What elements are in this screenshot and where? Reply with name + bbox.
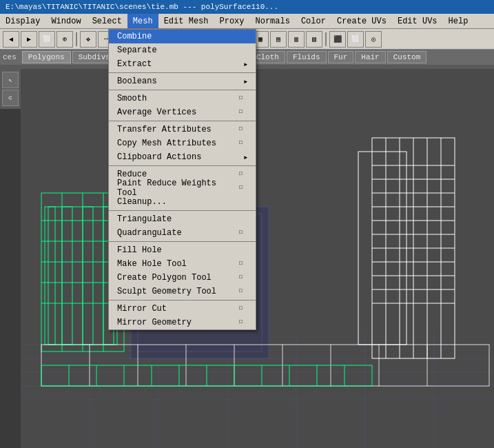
menu-item-mirror-geometry-label: Mirror Geometry: [117, 318, 192, 327]
toolbar-btn-1[interactable]: ◀: [3, 31, 19, 48]
viewport: [21, 69, 494, 448]
menu-item-fill-hole-label: Fill Hole: [117, 245, 162, 255]
menu-help[interactable]: Help: [443, 14, 474, 28]
title-bar: E:\mayas\TITANIC\TITANIC\scenes\tie.mb -…: [0, 0, 494, 14]
menu-item-smooth[interactable]: Smooth □: [109, 92, 256, 105]
menu-create-uvs[interactable]: Create UVs: [331, 14, 392, 28]
menu-item-cleanup-label: Cleanup...: [117, 197, 167, 207]
menu-edit-uvs[interactable]: Edit UVs: [392, 14, 443, 28]
scene-svg: [21, 69, 494, 448]
menu-select[interactable]: Select: [87, 14, 127, 28]
menu-item-copy-mesh-attributes[interactable]: Copy Mesh Attributes □: [109, 136, 256, 150]
quadrangulate-options-icon: □: [239, 229, 247, 237]
menu-item-create-polygon-tool[interactable]: Create Polygon Tool □: [109, 271, 256, 285]
sep-7: [109, 300, 256, 301]
mirror-cut-options-icon: □: [239, 305, 247, 313]
sep-1: [109, 72, 256, 73]
title-text: E:\mayas\TITANIC\TITANIC\scenes\tie.mb -…: [6, 3, 278, 11]
menu-bar: Display Window Select Mesh Edit Mesh Pro…: [0, 14, 494, 29]
average-vertices-options-icon: □: [239, 108, 247, 116]
menu-item-mirror-cut-label: Mirror Cut: [117, 304, 167, 314]
side-toolbar: ↖ ⊂: [0, 69, 21, 109]
sep-3: [109, 121, 256, 121]
menu-item-extract[interactable]: Extract ►: [109, 57, 256, 71]
reduce-options-icon: □: [239, 170, 247, 179]
menu-item-mirror-cut[interactable]: Mirror Cut □: [109, 302, 256, 316]
menu-item-clipboard-actions-label: Clipboard Actions: [117, 152, 201, 162]
menu-item-quadrangulate-label: Quadrangulate: [117, 228, 182, 238]
menu-item-create-polygon-tool-label: Create Polygon Tool: [117, 273, 212, 283]
tab-fluids[interactable]: Fluids: [287, 51, 327, 63]
scene-bg: [21, 69, 494, 448]
toolbar-btn-15[interactable]: ▤: [270, 31, 287, 48]
menu-item-sculpt-geometry-tool-label: Sculpt Geometry Tool: [117, 287, 216, 296]
menu-item-reduce-label: Reduce: [117, 170, 147, 179]
menu-item-quadrangulate[interactable]: Quadrangulate □: [109, 226, 256, 240]
sep-2: [109, 90, 256, 90]
sculpt-geometry-options-icon: □: [239, 287, 247, 296]
sep-4: [109, 165, 256, 166]
tab-fur[interactable]: Fur: [328, 51, 354, 63]
menu-edit-mesh[interactable]: Edit Mesh: [158, 14, 214, 28]
menu-item-booleans-label: Booleans: [117, 77, 157, 86]
menu-item-separate-label: Separate: [117, 45, 157, 55]
toolbar-btn-18[interactable]: ⬛: [329, 31, 346, 48]
menu-item-paint-reduce[interactable]: Paint Reduce Weights Tool □: [109, 181, 256, 195]
menu-item-sculpt-geometry-tool[interactable]: Sculpt Geometry Tool □: [109, 285, 256, 298]
menu-item-average-vertices-label: Average Vertices: [117, 108, 196, 117]
smooth-options-icon: □: [239, 94, 247, 103]
sep-6: [109, 241, 256, 242]
dropdown-menu: Combine Separate Extract ► Booleans ► Sm…: [108, 29, 256, 330]
tab-ces-label: ces: [3, 53, 17, 61]
menu-item-make-hole-tool[interactable]: Make Hole Tool □: [109, 257, 256, 271]
toolbar-btn-16[interactable]: ▥: [288, 31, 305, 48]
menu-item-copy-mesh-attributes-label: Copy Mesh Attributes: [117, 139, 216, 148]
menu-item-mirror-geometry[interactable]: Mirror Geometry □: [109, 316, 256, 329]
make-hole-options-icon: □: [239, 260, 247, 268]
tab-polygons[interactable]: Polygons: [22, 51, 71, 63]
toolbar-btn-20[interactable]: ◎: [365, 31, 382, 48]
toolbar-sep-4: [325, 32, 327, 46]
menu-item-transfer-attributes[interactable]: Transfer Attributes □: [109, 123, 256, 136]
menu-item-average-vertices[interactable]: Average Vertices □: [109, 105, 256, 119]
menu-item-make-hole-tool-label: Make Hole Tool: [117, 259, 187, 269]
menu-item-combine-label: Combine: [117, 32, 152, 41]
menu-item-triangulate-label: Triangulate: [117, 214, 172, 224]
side-btn-select[interactable]: ↖: [2, 72, 19, 88]
transfer-attributes-options-icon: □: [239, 125, 247, 134]
toolbar-btn-2[interactable]: ▶: [21, 31, 37, 48]
toolbar-btn-5[interactable]: ✥: [80, 31, 96, 48]
copy-mesh-options-icon: □: [239, 139, 247, 147]
menu-item-smooth-label: Smooth: [117, 94, 147, 103]
clipboard-arrow-icon: ►: [244, 154, 247, 161]
booleans-arrow-icon: ►: [244, 79, 247, 85]
menu-item-separate[interactable]: Separate: [109, 43, 256, 57]
menu-item-triangulate[interactable]: Triangulate: [109, 212, 256, 226]
menu-item-fill-hole[interactable]: Fill Hole: [109, 243, 256, 257]
toolbar-sep-1: [76, 32, 77, 46]
menu-item-extract-label: Extract: [117, 59, 152, 69]
menu-item-combine[interactable]: Combine: [109, 30, 256, 43]
tab-custom[interactable]: Custom: [387, 51, 427, 63]
create-polygon-options-icon: □: [239, 274, 247, 282]
toolbar-btn-17[interactable]: ▧: [306, 31, 322, 48]
menu-mesh[interactable]: Mesh: [127, 14, 158, 28]
menu-item-clipboard-actions[interactable]: Clipboard Actions ►: [109, 150, 256, 164]
toolbar-btn-4[interactable]: ⊕: [56, 31, 73, 48]
side-btn-lasso[interactable]: ⊂: [2, 90, 19, 106]
menu-normals[interactable]: Normals: [250, 14, 296, 28]
paint-reduce-options-icon: □: [239, 184, 247, 192]
tab-hair[interactable]: Hair: [355, 51, 385, 63]
menu-color[interactable]: Color: [296, 14, 331, 28]
menu-item-paint-reduce-label: Paint Reduce Weights Tool: [117, 179, 239, 198]
menu-item-transfer-attributes-label: Transfer Attributes: [117, 125, 212, 134]
menu-window[interactable]: Window: [45, 14, 86, 28]
toolbar-btn-19[interactable]: ⬜: [347, 31, 364, 48]
menu-proxy[interactable]: Proxy: [214, 14, 249, 28]
menu-item-booleans[interactable]: Booleans ►: [109, 74, 256, 88]
toolbar-btn-3[interactable]: ⬜: [39, 31, 55, 48]
sep-5: [109, 210, 256, 211]
extract-arrow-icon: ►: [244, 61, 247, 68]
menu-display[interactable]: Display: [0, 14, 45, 28]
mirror-geometry-options-icon: □: [239, 318, 247, 327]
